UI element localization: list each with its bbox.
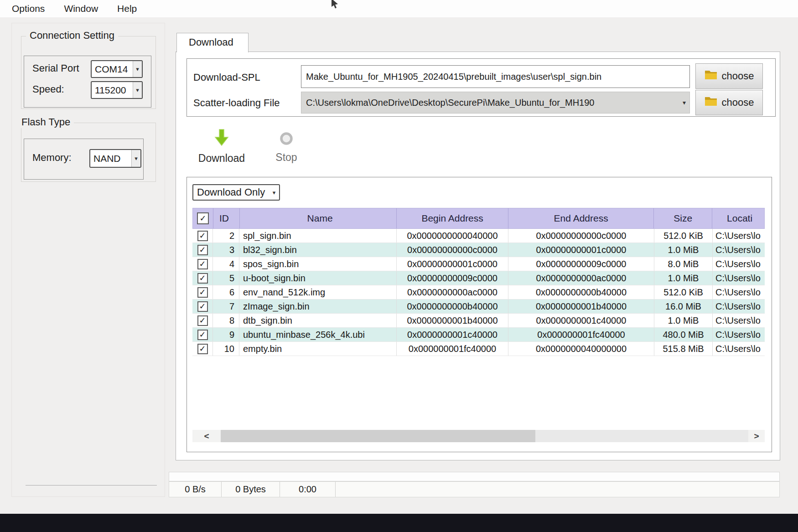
download-button[interactable]: Download — [190, 126, 254, 170]
table-header-row: ID Name Begin Address End Address Size L… — [192, 208, 765, 229]
choose-label: choose — [722, 97, 754, 108]
cell-location: C:\Users\lo — [713, 243, 765, 257]
header-size[interactable]: Size — [654, 208, 712, 228]
checkbox-icon[interactable] — [197, 315, 208, 326]
scrollbar-thumb[interactable] — [221, 430, 535, 442]
cell-name: u-boot_sign.bin — [239, 271, 397, 285]
table-row[interactable]: 2 spl_sign.bin 0x0000000000040000 0x0000… — [192, 229, 765, 243]
table-row[interactable]: 7 zImage_sign.bin 0x0000000000b40000 0x0… — [192, 300, 765, 314]
header-select-all[interactable] — [193, 208, 213, 228]
partition-table-group: Download Only ▾ ID Name Begin Address En… — [187, 177, 772, 452]
chevron-down-icon[interactable]: ▾ — [133, 61, 142, 77]
status-bar: 0 B/s 0 Bytes 0:00 — [169, 481, 780, 497]
table-row[interactable]: 10 empty.bin 0x000000001fc40000 0x000000… — [192, 342, 765, 356]
checkbox-icon[interactable] — [197, 344, 208, 354]
header-location[interactable]: Locati — [712, 208, 764, 228]
menu-window[interactable]: Window — [64, 3, 98, 14]
tab-download[interactable]: Download — [176, 33, 249, 52]
cell-id: 2 — [213, 229, 239, 243]
flash-inner-box: Memory: NAND ▾ — [24, 139, 144, 180]
progress-strip — [169, 472, 780, 481]
speed-label: Speed: — [32, 83, 64, 95]
scatter-file-label: Scatter-loading File — [193, 97, 280, 109]
speed-value: 115200 — [92, 82, 133, 98]
header-end-address[interactable]: End Address — [508, 208, 654, 228]
table-row[interactable]: 6 env_nand_512k.img 0x0000000000ac0000 0… — [192, 285, 765, 300]
status-speed: 0 B/s — [169, 482, 222, 497]
chevron-down-icon[interactable]: ▾ — [269, 189, 279, 196]
checkbox-icon[interactable] — [197, 212, 209, 224]
cell-begin-address: 0x0000000000ac0000 — [397, 285, 508, 299]
cell-begin-address: 0x00000000009c0000 — [397, 271, 508, 285]
cell-location: C:\Users\lo — [713, 300, 765, 313]
checkbox-icon[interactable] — [197, 301, 208, 312]
scroll-left-button[interactable]: < — [192, 430, 221, 442]
cell-size: 512.0 KiB — [654, 285, 713, 299]
status-empty — [336, 482, 779, 497]
cell-id: 10 — [213, 342, 239, 356]
memory-select[interactable]: NAND ▾ — [89, 149, 141, 168]
cell-end-address: 0x0000000000b40000 — [508, 285, 654, 299]
checkbox-icon[interactable] — [197, 245, 208, 255]
checkbox-icon[interactable] — [197, 259, 208, 269]
cell-begin-address: 0x0000000001b40000 — [397, 314, 508, 327]
cell-size: 512.0 KiB — [654, 229, 713, 243]
table-row[interactable]: 8 dtb_sign.bin 0x0000000001b40000 0x0000… — [192, 314, 765, 328]
choose-spl-button[interactable]: choose — [695, 63, 763, 89]
serial-port-select[interactable]: COM14 ▾ — [91, 60, 143, 78]
chevron-down-icon[interactable]: ▾ — [131, 150, 140, 167]
cell-name: dtb_sign.bin — [239, 314, 397, 327]
checkbox-icon[interactable] — [197, 330, 208, 340]
row-checkbox-cell — [192, 285, 213, 299]
scrollbar-track[interactable] — [535, 430, 748, 442]
cell-name: bl32_sign.bin — [239, 243, 397, 257]
header-begin-address[interactable]: Begin Address — [397, 208, 508, 228]
connection-setting-group: Connection Setting Serial Port COM14 ▾ S… — [21, 36, 156, 109]
row-checkbox-cell — [192, 300, 213, 313]
cell-name: zImage_sign.bin — [239, 300, 397, 313]
row-checkbox-cell — [192, 271, 213, 285]
speed-select[interactable]: 115200 ▾ — [91, 81, 143, 99]
bottom-dark-bar — [0, 514, 798, 532]
scroll-right-button[interactable]: > — [748, 430, 765, 442]
choose-label: choose — [722, 70, 754, 82]
checkbox-icon[interactable] — [197, 287, 208, 298]
cell-id: 3 — [213, 243, 239, 257]
checkbox-icon[interactable] — [197, 231, 208, 241]
table-row[interactable]: 9 ubuntu_minbase_256k_4k.ubi 0x000000000… — [192, 328, 765, 342]
cell-location: C:\Users\lo — [713, 229, 765, 243]
cell-size: 480.0 MiB — [654, 328, 713, 341]
scatter-file-select[interactable]: C:\Users\lokma\OneDrive\Desktop\SecurePi… — [301, 92, 690, 114]
stop-button[interactable]: Stop — [263, 128, 310, 170]
horizontal-scrollbar[interactable]: < > — [192, 430, 765, 442]
cell-end-address: 0x0000000001b40000 — [508, 300, 654, 313]
menu-help[interactable]: Help — [117, 3, 137, 14]
table-row[interactable]: 5 u-boot_sign.bin 0x00000000009c0000 0x0… — [192, 271, 765, 285]
row-checkbox-cell — [192, 229, 213, 243]
partition-table: ID Name Begin Address End Address Size L… — [192, 208, 765, 356]
header-name[interactable]: Name — [240, 208, 397, 228]
download-spl-input[interactable]: Make_Ubuntu_for_MH1905_20240415\prebuilt… — [301, 65, 690, 88]
serial-port-value: COM14 — [92, 61, 133, 77]
table-row[interactable]: 4 spos_sign.bin 0x00000000001c0000 0x000… — [192, 257, 765, 271]
cell-end-address: 0x0000000040000000 — [508, 342, 654, 356]
table-row[interactable]: 3 bl32_sign.bin 0x00000000000c0000 0x000… — [192, 243, 765, 257]
cell-size: 8.0 MiB — [654, 257, 713, 271]
folder-icon — [705, 96, 717, 109]
cell-name: ubuntu_minbase_256k_4k.ubi — [239, 328, 397, 341]
cell-begin-address: 0x0000000000040000 — [397, 229, 508, 243]
chevron-down-icon[interactable]: ▾ — [133, 82, 142, 98]
cell-name: env_nand_512k.img — [239, 285, 397, 299]
checkbox-icon[interactable] — [197, 273, 208, 284]
cell-size: 1.0 MiB — [654, 271, 713, 285]
cell-begin-address: 0x000000001fc40000 — [397, 342, 508, 356]
flash-type-title: Flash Type — [21, 116, 74, 128]
folder-icon — [705, 70, 717, 83]
menu-options[interactable]: Options — [12, 3, 45, 14]
cell-end-address: 0x0000000000ac0000 — [508, 271, 654, 285]
cell-end-address: 0x00000000000c0000 — [508, 229, 654, 243]
download-mode-select[interactable]: Download Only ▾ — [192, 184, 280, 201]
choose-scatter-button[interactable]: choose — [695, 90, 763, 115]
header-id[interactable]: ID — [213, 208, 240, 228]
chevron-down-icon[interactable]: ▾ — [683, 92, 686, 113]
